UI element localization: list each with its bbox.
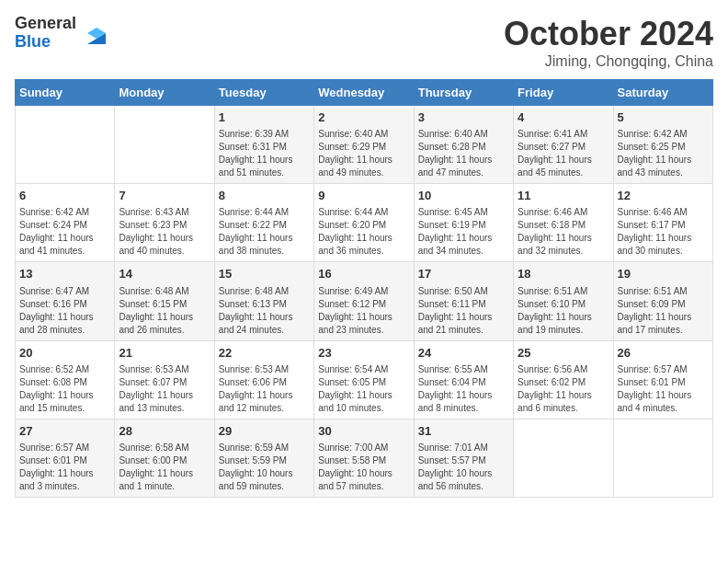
calendar-cell: 21Sunrise: 6:53 AM Sunset: 6:07 PM Dayli… [115,340,214,419]
title-block: October 2024 Jiming, Chongqing, China [504,15,713,70]
day-number: 27 [19,423,110,440]
day-number: 7 [119,188,210,204]
calendar-cell: 27Sunrise: 6:57 AM Sunset: 6:01 PM Dayli… [16,419,115,497]
weekday-header: Tuesday [214,80,313,106]
day-number: 18 [518,266,609,282]
day-number: 22 [219,345,310,362]
day-info: Sunrise: 6:53 AM Sunset: 6:07 PM Dayligh… [119,363,210,415]
day-info: Sunrise: 6:57 AM Sunset: 6:01 PM Dayligh… [19,442,110,493]
calendar-cell: 22Sunrise: 6:53 AM Sunset: 6:06 PM Dayli… [214,340,313,419]
day-info: Sunrise: 6:59 AM Sunset: 5:59 PM Dayligh… [219,442,310,493]
day-number: 19 [618,266,709,282]
day-info: Sunrise: 6:55 AM Sunset: 6:04 PM Dayligh… [418,363,509,415]
calendar-cell: 14Sunrise: 6:48 AM Sunset: 6:15 PM Dayli… [115,262,214,340]
day-info: Sunrise: 6:40 AM Sunset: 6:28 PM Dayligh… [418,128,509,179]
calendar-cell: 17Sunrise: 6:50 AM Sunset: 6:11 PM Dayli… [414,262,513,340]
day-info: Sunrise: 6:47 AM Sunset: 6:16 PM Dayligh… [19,285,110,337]
day-number: 24 [418,345,509,362]
day-number: 25 [518,345,609,362]
calendar-week-row: 13Sunrise: 6:47 AM Sunset: 6:16 PM Dayli… [16,262,713,340]
day-number: 8 [219,188,310,204]
weekday-header-row: SundayMondayTuesdayWednesdayThursdayFrid… [16,80,713,106]
logo-blue: Blue [15,32,51,51]
calendar-cell: 1Sunrise: 6:39 AM Sunset: 6:31 PM Daylig… [214,106,313,184]
day-number: 30 [318,423,409,440]
day-info: Sunrise: 6:42 AM Sunset: 6:24 PM Dayligh… [19,206,110,258]
calendar-table: SundayMondayTuesdayWednesdayThursdayFrid… [15,79,713,498]
day-info: Sunrise: 6:54 AM Sunset: 6:05 PM Dayligh… [318,363,409,415]
day-number: 1 [219,109,310,126]
calendar-cell: 19Sunrise: 6:51 AM Sunset: 6:09 PM Dayli… [613,262,712,340]
day-info: Sunrise: 6:44 AM Sunset: 6:22 PM Dayligh… [219,206,310,258]
day-info: Sunrise: 6:51 AM Sunset: 6:10 PM Dayligh… [518,285,609,337]
calendar-cell: 23Sunrise: 6:54 AM Sunset: 6:05 PM Dayli… [314,340,414,419]
day-number: 23 [318,345,409,362]
calendar-week-row: 27Sunrise: 6:57 AM Sunset: 6:01 PM Dayli… [16,419,713,497]
day-info: Sunrise: 6:48 AM Sunset: 6:15 PM Dayligh… [119,285,210,337]
calendar-week-row: 6Sunrise: 6:42 AM Sunset: 6:24 PM Daylig… [16,184,713,262]
calendar-cell: 2Sunrise: 6:40 AM Sunset: 6:29 PM Daylig… [314,106,414,184]
day-number: 21 [119,345,210,362]
calendar-cell: 6Sunrise: 6:42 AM Sunset: 6:24 PM Daylig… [16,184,115,262]
calendar-cell [613,419,712,497]
day-info: Sunrise: 6:46 AM Sunset: 6:18 PM Dayligh… [518,206,609,258]
day-number: 12 [618,188,709,204]
day-info: Sunrise: 6:39 AM Sunset: 6:31 PM Dayligh… [219,128,310,179]
calendar-cell: 3Sunrise: 6:40 AM Sunset: 6:28 PM Daylig… [414,106,513,184]
calendar-cell: 25Sunrise: 6:56 AM Sunset: 6:02 PM Dayli… [514,340,613,419]
calendar-cell: 26Sunrise: 6:57 AM Sunset: 6:01 PM Dayli… [613,340,712,419]
day-number: 4 [518,109,609,126]
weekday-header: Sunday [16,80,115,106]
calendar-cell: 13Sunrise: 6:47 AM Sunset: 6:16 PM Dayli… [16,262,115,340]
day-info: Sunrise: 7:01 AM Sunset: 5:57 PM Dayligh… [418,442,509,493]
day-number: 17 [418,266,509,282]
weekday-header: Thursday [414,80,513,106]
calendar-cell [115,106,214,184]
day-info: Sunrise: 6:44 AM Sunset: 6:20 PM Dayligh… [318,206,409,258]
calendar-week-row: 1Sunrise: 6:39 AM Sunset: 6:31 PM Daylig… [16,106,713,184]
day-number: 16 [318,266,409,282]
calendar-cell: 10Sunrise: 6:45 AM Sunset: 6:19 PM Dayli… [414,184,513,262]
calendar-cell: 29Sunrise: 6:59 AM Sunset: 5:59 PM Dayli… [214,419,313,497]
logo-icon [80,18,109,48]
day-number: 9 [318,188,409,204]
day-info: Sunrise: 6:52 AM Sunset: 6:08 PM Dayligh… [19,363,110,415]
day-number: 2 [318,109,409,126]
day-number: 31 [418,423,509,440]
calendar-cell: 5Sunrise: 6:42 AM Sunset: 6:25 PM Daylig… [613,106,712,184]
calendar-cell: 9Sunrise: 6:44 AM Sunset: 6:20 PM Daylig… [314,184,414,262]
day-info: Sunrise: 7:00 AM Sunset: 5:58 PM Dayligh… [318,442,409,493]
calendar-cell: 7Sunrise: 6:43 AM Sunset: 6:23 PM Daylig… [115,184,214,262]
day-info: Sunrise: 6:51 AM Sunset: 6:09 PM Dayligh… [618,285,709,337]
day-number: 6 [19,188,110,204]
calendar-cell [16,106,115,184]
day-info: Sunrise: 6:46 AM Sunset: 6:17 PM Dayligh… [618,206,709,258]
calendar-cell: 8Sunrise: 6:44 AM Sunset: 6:22 PM Daylig… [214,184,313,262]
day-info: Sunrise: 6:58 AM Sunset: 6:00 PM Dayligh… [119,442,210,493]
day-number: 15 [219,266,310,282]
day-number: 14 [119,266,210,282]
day-info: Sunrise: 6:57 AM Sunset: 6:01 PM Dayligh… [618,363,709,415]
calendar-cell: 31Sunrise: 7:01 AM Sunset: 5:57 PM Dayli… [414,419,513,497]
day-info: Sunrise: 6:42 AM Sunset: 6:25 PM Dayligh… [618,128,709,179]
calendar-cell: 18Sunrise: 6:51 AM Sunset: 6:10 PM Dayli… [514,262,613,340]
calendar-cell [514,419,613,497]
calendar-cell: 16Sunrise: 6:49 AM Sunset: 6:12 PM Dayli… [314,262,414,340]
weekday-header: Wednesday [314,80,414,106]
calendar-week-row: 20Sunrise: 6:52 AM Sunset: 6:08 PM Dayli… [16,340,713,419]
day-number: 13 [19,266,110,282]
weekday-header: Monday [115,80,214,106]
calendar-cell: 20Sunrise: 6:52 AM Sunset: 6:08 PM Dayli… [16,340,115,419]
day-info: Sunrise: 6:40 AM Sunset: 6:29 PM Dayligh… [318,128,409,179]
day-info: Sunrise: 6:56 AM Sunset: 6:02 PM Dayligh… [518,363,609,415]
day-number: 29 [219,423,310,440]
day-info: Sunrise: 6:48 AM Sunset: 6:13 PM Dayligh… [219,285,310,337]
day-number: 11 [518,188,609,204]
calendar-cell: 24Sunrise: 6:55 AM Sunset: 6:04 PM Dayli… [414,340,513,419]
day-info: Sunrise: 6:53 AM Sunset: 6:06 PM Dayligh… [219,363,310,415]
location: Jiming, Chongqing, China [504,53,713,70]
day-number: 3 [418,109,509,126]
day-number: 20 [19,345,110,362]
calendar-cell: 12Sunrise: 6:46 AM Sunset: 6:17 PM Dayli… [613,184,712,262]
day-info: Sunrise: 6:49 AM Sunset: 6:12 PM Dayligh… [318,285,409,337]
